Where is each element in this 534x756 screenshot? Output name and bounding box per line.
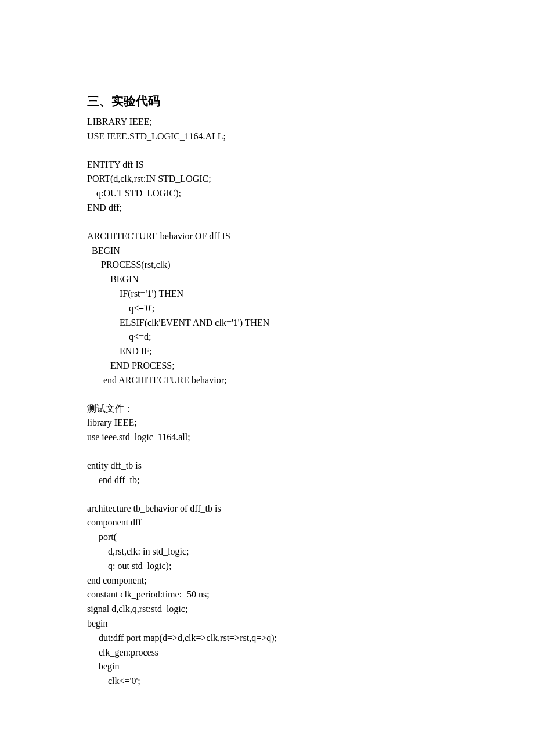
section-heading: 三、实验代码 xyxy=(87,93,447,109)
code-line: begin xyxy=(87,617,447,631)
code-line: END PROCESS; xyxy=(87,359,447,373)
code-line: IF(rst='1') THEN xyxy=(87,287,447,301)
code-line: architecture tb_behavior of dff_tb is xyxy=(87,502,447,516)
code-line: USE IEEE.STD_LOGIC_1164.ALL; xyxy=(87,129,447,144)
code-line: q:OUT STD_LOGIC); xyxy=(87,186,447,201)
blank-line xyxy=(87,144,447,158)
code-line: q<='0'; xyxy=(87,301,447,316)
blank-line xyxy=(87,388,447,402)
code-line: ELSIF(clk'EVENT AND clk='1') THEN xyxy=(87,316,447,330)
code-line: dut:dff port map(d=>d,clk=>clk,rst=>rst,… xyxy=(87,631,447,646)
code-line: d,rst,clk: in std_logic; xyxy=(87,545,447,559)
code-line: clk_gen:process xyxy=(87,646,447,660)
code-line: BEGIN xyxy=(87,244,447,258)
code-line: q<=d; xyxy=(87,330,447,344)
code-line: END dff; xyxy=(87,201,447,215)
blank-line xyxy=(87,445,447,459)
code-line: PROCESS(rst,clk) xyxy=(87,258,447,272)
code-line: PORT(d,clk,rst:IN STD_LOGIC; xyxy=(87,172,447,186)
code-line: END IF; xyxy=(87,344,447,359)
code-line: end ARCHITECTURE behavior; xyxy=(87,373,447,388)
code-line: component dff xyxy=(87,516,447,530)
code-line: signal d,clk,q,rst:std_logic; xyxy=(87,602,447,617)
code-line: use ieee.std_logic_1164.all; xyxy=(87,430,447,445)
code-line: entity dff_tb is xyxy=(87,459,447,473)
code-line: end component; xyxy=(87,574,447,588)
code-line: BEGIN xyxy=(87,272,447,287)
code-line: 测试文件： xyxy=(87,402,447,416)
code-line: clk<='0'; xyxy=(87,674,447,689)
code-line: port( xyxy=(87,530,447,545)
code-line: ARCHITECTURE behavior OF dff IS xyxy=(87,229,447,244)
code-line: q: out std_logic); xyxy=(87,559,447,574)
code-line: begin xyxy=(87,660,447,674)
blank-line xyxy=(87,488,447,502)
code-line: LIBRARY IEEE; xyxy=(87,115,447,129)
code-line: library IEEE; xyxy=(87,416,447,430)
code-line: constant clk_period:time:=50 ns; xyxy=(87,588,447,602)
code-line: ENTITY dff IS xyxy=(87,158,447,172)
document-page: 三、实验代码 LIBRARY IEEE;USE IEEE.STD_LOGIC_1… xyxy=(0,0,534,723)
blank-line xyxy=(87,215,447,229)
code-line: end dff_tb; xyxy=(87,473,447,488)
code-block: LIBRARY IEEE;USE IEEE.STD_LOGIC_1164.ALL… xyxy=(87,115,447,689)
